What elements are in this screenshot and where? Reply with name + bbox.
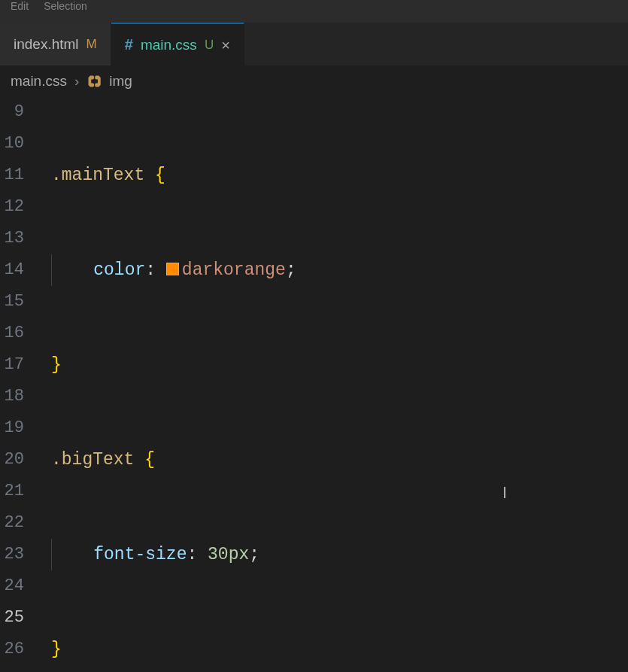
- line-number: 26: [0, 634, 24, 665]
- line-number: 20: [0, 444, 24, 476]
- line-number: 17: [0, 349, 24, 381]
- text-cursor-icon: I: [502, 477, 507, 509]
- line-number: 21: [0, 476, 24, 507]
- line-number: 13: [0, 223, 24, 254]
- line-number: 23: [0, 539, 24, 570]
- line-number: 14: [0, 254, 24, 286]
- breadcrumb-file[interactable]: main.css: [11, 73, 67, 90]
- css-file-icon: #: [125, 36, 133, 53]
- line-number: 15: [0, 286, 24, 318]
- line-number: 16: [0, 318, 24, 349]
- line-number: 9: [0, 96, 24, 128]
- code-line: }: [36, 349, 628, 381]
- code-line: .bigText {: [36, 444, 628, 476]
- line-number: 19: [0, 412, 24, 444]
- chevron-right-icon: ›: [74, 73, 79, 90]
- code-line: font-size: 30px;: [36, 539, 628, 570]
- tab-main-css[interactable]: # main.css U ×: [111, 23, 244, 65]
- css-selector-icon: [86, 74, 102, 89]
- close-icon[interactable]: ×: [221, 38, 230, 53]
- breadcrumb-symbol[interactable]: img: [109, 73, 132, 90]
- tab-status-modified: M: [86, 37, 97, 52]
- code-line: color: darkorange;: [36, 254, 628, 286]
- menu-selection[interactable]: Selection: [44, 0, 87, 12]
- menu-edit[interactable]: Edit: [11, 0, 29, 12]
- tab-status-untracked: U: [205, 38, 214, 53]
- code-line: }: [36, 634, 628, 665]
- tab-index-html[interactable]: index.html M: [0, 23, 111, 65]
- tab-filename: main.css: [141, 37, 197, 53]
- line-number: 24: [0, 570, 24, 602]
- line-number: 27: [0, 665, 24, 672]
- line-number: 10: [0, 128, 24, 160]
- line-number: 25: [0, 602, 24, 634]
- line-number: 12: [0, 191, 24, 223]
- line-number: 11: [0, 160, 24, 191]
- breadcrumb[interactable]: main.css › img: [0, 66, 628, 96]
- line-number: 22: [0, 507, 24, 539]
- tab-filename: index.html: [14, 36, 79, 53]
- tab-bar: index.html M # main.css U ×: [0, 23, 628, 66]
- line-number-gutter: 9 10 11 12 13 14 15 16 17 18 19 20 21 22…: [0, 96, 36, 672]
- menu-bar: Edit Selection: [0, 0, 628, 23]
- code-area[interactable]: .mainText { color: darkorange; } .bigTex…: [36, 96, 628, 672]
- line-number: 18: [0, 381, 24, 412]
- code-editor[interactable]: 9 10 11 12 13 14 15 16 17 18 19 20 21 22…: [0, 96, 628, 672]
- color-swatch-icon[interactable]: [166, 263, 179, 275]
- code-line: .mainText {: [36, 160, 628, 191]
